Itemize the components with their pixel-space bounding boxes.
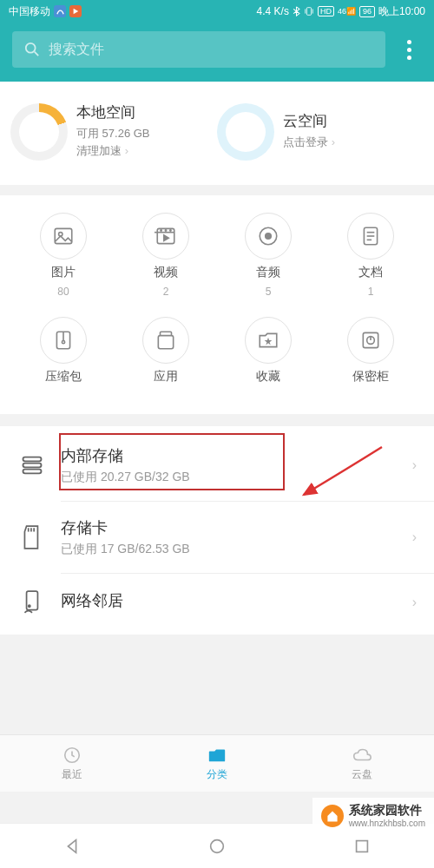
chevron-right-icon: › xyxy=(412,457,417,473)
svg-rect-27 xyxy=(23,457,42,462)
status-bar: 中国移动 4.4 K/s HD 46📶 96 晚上10:00 xyxy=(0,0,434,23)
cloud-storage-ring-icon xyxy=(217,103,274,161)
storage-locations-card: 内部存储 已使用 20.27 GB/32 GB › 存储卡 已使用 17 GB/… xyxy=(0,426,434,635)
cloud-storage-title: 云空间 xyxy=(283,111,335,131)
folder-icon xyxy=(207,746,227,765)
network-neighborhood-title: 网络邻居 xyxy=(61,590,398,611)
chevron-right-icon: › xyxy=(412,529,417,545)
local-storage-block[interactable]: 本地空间 可用 57.26 GB 清理加速 › xyxy=(10,102,217,161)
chevron-right-icon: › xyxy=(332,135,335,148)
bluetooth-icon xyxy=(293,6,300,16)
battery-indicator: 96 xyxy=(359,6,375,17)
status-app-icon-2 xyxy=(69,5,82,17)
watermark-house-icon xyxy=(321,805,344,827)
vibrate-icon xyxy=(304,6,314,16)
svg-point-15 xyxy=(266,233,272,240)
category-apps[interactable]: 应用 xyxy=(115,317,217,390)
sdcard-icon xyxy=(21,524,43,550)
svg-rect-39 xyxy=(356,840,367,852)
document-icon xyxy=(359,225,382,247)
video-icon xyxy=(155,225,177,247)
category-documents[interactable]: 文档 1 xyxy=(319,213,422,298)
image-icon xyxy=(52,225,75,247)
clock-icon xyxy=(62,746,82,765)
archive-icon xyxy=(52,329,75,352)
chevron-right-icon: › xyxy=(125,144,128,157)
svg-point-12 xyxy=(170,230,171,231)
search-input[interactable]: 搜索文件 xyxy=(12,31,385,68)
svg-rect-23 xyxy=(158,336,173,349)
bottom-tab-bar: 最近 分类 云盘 xyxy=(0,734,434,792)
storage-overview-card: 本地空间 可用 57.26 GB 清理加速 › 云空间 点击登录 › xyxy=(0,82,434,185)
category-audio[interactable]: 音频 5 xyxy=(217,213,319,298)
svg-marker-13 xyxy=(164,235,168,241)
tab-category[interactable]: 分类 xyxy=(145,735,290,792)
status-app-icon-1 xyxy=(54,5,66,17)
cloud-icon xyxy=(352,746,372,765)
overflow-menu-button[interactable] xyxy=(396,40,422,60)
category-favorites[interactable]: 收藏 xyxy=(217,317,319,390)
netspeed-label: 4.4 K/s xyxy=(257,5,289,17)
local-storage-ring-icon xyxy=(10,103,68,161)
svg-line-5 xyxy=(35,52,39,56)
cloud-storage-block[interactable]: 云空间 点击登录 › xyxy=(217,102,424,161)
svg-rect-28 xyxy=(23,464,42,468)
nav-recents-button[interactable] xyxy=(352,837,372,856)
app-icon xyxy=(155,329,177,352)
svg-marker-37 xyxy=(69,839,76,852)
tab-cloud[interactable]: 云盘 xyxy=(289,735,434,792)
network-neighborhood-row[interactable]: 网络邻居 › xyxy=(0,574,434,631)
svg-marker-0 xyxy=(74,9,79,14)
sdcard-row[interactable]: 存储卡 已使用 17 GB/62.53 GB › xyxy=(0,502,434,573)
category-grid: 图片 80 视频 2 音频 5 文档 1 压缩包 应用 收藏 保密柜 xyxy=(0,195,434,414)
svg-point-4 xyxy=(26,43,36,53)
nav-back-button[interactable] xyxy=(62,837,82,856)
local-storage-title: 本地空间 xyxy=(76,102,150,122)
chevron-right-icon: › xyxy=(412,595,417,610)
network-device-icon xyxy=(21,589,43,615)
local-storage-available: 可用 57.26 GB xyxy=(76,126,150,141)
cloud-storage-login-link[interactable]: 点击登录 › xyxy=(283,135,335,150)
hd-label: HD xyxy=(318,6,334,16)
search-placeholder: 搜索文件 xyxy=(49,41,104,59)
sdcard-title: 存储卡 xyxy=(61,517,398,538)
tab-recent[interactable]: 最近 xyxy=(0,735,145,792)
carrier-label: 中国移动 xyxy=(9,4,50,19)
safe-icon xyxy=(359,329,382,352)
category-videos[interactable]: 视频 2 xyxy=(115,213,217,298)
category-safe[interactable]: 保密柜 xyxy=(319,317,422,390)
svg-point-11 xyxy=(165,230,166,231)
search-icon xyxy=(24,42,40,57)
watermark: 系统家园软件 www.hnzkhbsb.com xyxy=(312,798,434,833)
annotation-highlight-box xyxy=(59,433,285,490)
watermark-url: www.hnzkhbsb.com xyxy=(349,819,425,828)
nav-home-button[interactable] xyxy=(207,837,227,856)
category-images[interactable]: 图片 80 xyxy=(12,213,115,298)
category-archives[interactable]: 压缩包 xyxy=(12,317,115,390)
svg-rect-1 xyxy=(306,8,311,16)
svg-rect-29 xyxy=(23,470,42,474)
svg-point-38 xyxy=(211,839,224,852)
svg-rect-6 xyxy=(55,228,72,243)
local-storage-cleanup-link[interactable]: 清理加速 › xyxy=(76,143,150,159)
watermark-text: 系统家园软件 xyxy=(349,803,425,819)
favorite-icon xyxy=(257,329,279,352)
signal-icon: 46📶 xyxy=(338,7,356,16)
time-label: 晚上10:00 xyxy=(378,4,425,19)
internal-storage-icon xyxy=(20,453,44,477)
svg-point-10 xyxy=(161,230,161,231)
svg-point-22 xyxy=(62,341,64,344)
audio-icon xyxy=(257,225,279,247)
sdcard-usage: 已使用 17 GB/62.53 GB xyxy=(61,542,398,557)
svg-point-34 xyxy=(29,605,30,607)
